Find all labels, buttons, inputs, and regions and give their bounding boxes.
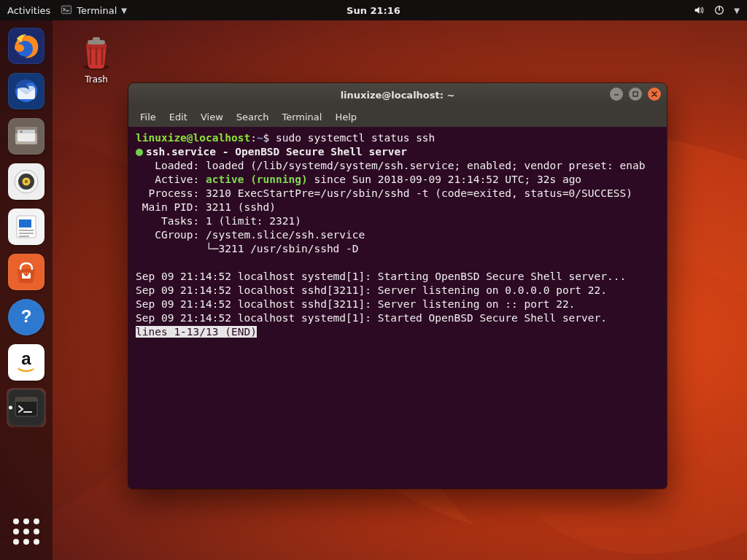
- system-menu-chevron-icon[interactable]: ▼: [734, 7, 740, 15]
- window-minimize-button[interactable]: [610, 88, 623, 101]
- menu-file[interactable]: File: [134, 109, 162, 125]
- svg-point-10: [20, 131, 23, 133]
- process-line: Process: 3210 ExecStartPre=/usr/sbin/ssh…: [136, 187, 632, 199]
- running-indicator: [9, 406, 12, 410]
- svg-rect-16: [19, 219, 31, 228]
- terminal-window[interactable]: linuxize@localhost: ~ File Edit View Sea…: [128, 83, 667, 489]
- window-maximize-button[interactable]: [629, 88, 642, 101]
- dock-item-terminal[interactable]: [7, 388, 46, 427]
- dock-item-amazon[interactable]: a: [7, 343, 46, 382]
- trash-label: Trash: [67, 74, 125, 85]
- launcher-dock: ? a: [0, 20, 53, 560]
- trash-icon: [77, 34, 115, 71]
- log-line: Sep 09 21:14:52 localhost systemd[1]: St…: [136, 312, 607, 324]
- app-menu-label: Terminal: [77, 5, 117, 16]
- prompt-user: linuxize@localhost: [136, 132, 250, 144]
- help-icon: ?: [12, 303, 40, 331]
- svg-text:a: a: [21, 349, 31, 368]
- svg-rect-30: [633, 92, 638, 96]
- dock-item-files[interactable]: [7, 117, 46, 156]
- pager-status: lines 1-13/13 (END): [136, 326, 257, 338]
- active-state: active (running): [206, 174, 308, 185]
- loaded-line: Loaded: loaded (/lib/systemd/system/ssh.…: [136, 160, 645, 171]
- svg-rect-25: [15, 397, 37, 402]
- files-icon: [11, 121, 42, 152]
- mainpid-line: Main PID: 3211 (sshd): [136, 201, 276, 213]
- prompt-colon: :: [250, 132, 257, 144]
- dock-item-thunderbird[interactable]: [7, 71, 46, 111]
- terminal-icon: [12, 393, 41, 422]
- menu-search[interactable]: Search: [231, 109, 275, 125]
- dock-item-rhythmbox[interactable]: [7, 162, 46, 201]
- dock-item-writer[interactable]: [7, 207, 46, 246]
- cgroup-tree-line: └─3211 /usr/sbin/sshd -D: [136, 243, 359, 254]
- service-line: ssh.service - OpenBSD Secure Shell serve…: [146, 146, 407, 158]
- log-line: Sep 09 21:14:52 localhost sshd[3211]: Se…: [136, 298, 575, 310]
- prompt-sigil: $: [263, 132, 270, 144]
- top-bar: Activities Terminal ▼ Sun 21:16 ▼: [0, 0, 747, 20]
- writer-icon: [12, 212, 41, 241]
- activities-button[interactable]: Activities: [7, 5, 50, 16]
- window-title: linuxize@localhost: ~: [341, 90, 455, 101]
- app-menu[interactable]: Terminal ▼: [61, 4, 127, 16]
- window-close-button[interactable]: [648, 88, 661, 101]
- svg-rect-0: [62, 6, 71, 14]
- prompt-path: ~: [257, 132, 263, 144]
- amazon-icon: a: [12, 348, 41, 377]
- firefox-icon: [12, 31, 41, 61]
- speaker-icon: [12, 167, 41, 196]
- status-dot-icon: [136, 149, 143, 156]
- terminal-icon: [61, 4, 72, 16]
- window-titlebar[interactable]: linuxize@localhost: ~: [128, 83, 667, 106]
- apps-grid-icon: [13, 518, 39, 545]
- menu-view[interactable]: View: [195, 109, 229, 125]
- power-icon[interactable]: [713, 4, 725, 16]
- dock-item-firefox[interactable]: [7, 26, 46, 66]
- log-line: Sep 09 21:14:52 localhost systemd[1]: St…: [136, 271, 626, 282]
- terminal-menubar: File Edit View Search Terminal Help: [128, 106, 667, 127]
- svg-rect-28: [93, 37, 100, 41]
- clock[interactable]: Sun 21:16: [347, 5, 400, 16]
- thunderbird-icon: [12, 77, 41, 106]
- menu-help[interactable]: Help: [329, 109, 363, 125]
- volume-icon[interactable]: [693, 4, 705, 16]
- terminal-output[interactable]: linuxize@localhost:~$ sudo systemctl sta…: [128, 127, 667, 489]
- chevron-down-icon: ▼: [121, 7, 127, 15]
- cgroup-line: CGroup: /system.slice/ssh.service: [136, 229, 365, 241]
- menu-edit[interactable]: Edit: [163, 109, 193, 125]
- log-line: Sep 09 21:14:52 localhost sshd[3211]: Se…: [136, 284, 607, 296]
- tasks-line: Tasks: 1 (limit: 2321): [136, 215, 301, 227]
- menu-terminal[interactable]: Terminal: [276, 109, 328, 125]
- software-icon: [12, 257, 41, 287]
- show-applications[interactable]: [7, 512, 46, 551]
- dock-item-software[interactable]: [7, 252, 46, 292]
- svg-text:?: ?: [21, 306, 32, 326]
- svg-point-14: [25, 180, 28, 183]
- dock-item-help[interactable]: ?: [7, 298, 46, 337]
- active-rest: since Sun 2018-09-09 21:14:52 UTC; 32s a…: [308, 174, 581, 185]
- trash-desktop-icon[interactable]: Trash: [67, 34, 125, 85]
- active-label: Active:: [136, 174, 206, 185]
- prompt-command: sudo systemctl status ssh: [276, 132, 435, 144]
